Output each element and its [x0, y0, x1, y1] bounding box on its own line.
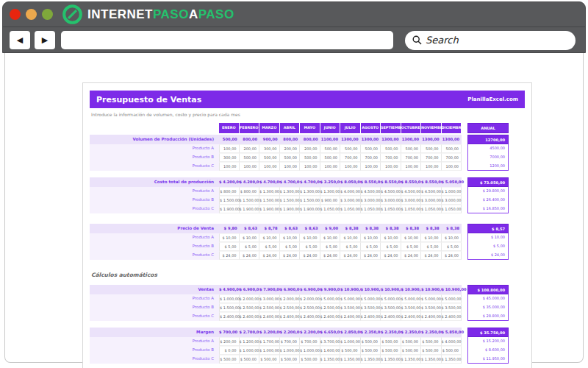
cell-total: $ 4.900,00 — [219, 285, 240, 294]
cell-product: $ 1.350,00 — [361, 355, 381, 364]
month-header: MAYO — [300, 123, 320, 133]
month-header: MARZO — [259, 123, 280, 133]
column-gap — [462, 328, 467, 337]
cell-product: $ 1.000,00 — [442, 187, 462, 196]
cell-product: $ 1.300,00 — [280, 187, 301, 196]
cell-product: $ 5.000,00 — [340, 294, 361, 303]
cell-product: $ 2.400,00 — [442, 312, 462, 321]
cell-product: $ 3.500,00 — [442, 303, 462, 312]
cell-total: 900,00 — [259, 135, 280, 144]
cell-product: $ 500,00 — [421, 337, 442, 346]
cell-product: $ 1.350,00 — [381, 355, 401, 364]
cell-product: $ 1.500,00 — [259, 196, 280, 205]
cell-product: $ 5,00 — [219, 242, 240, 251]
month-header: AGOSTO — [361, 123, 381, 133]
cell-total: $ 6.900,00 — [240, 285, 260, 294]
cell-product: $ 2.400,00 — [219, 312, 240, 321]
cell-product: $ 3.500,00 — [381, 303, 401, 312]
url-bar[interactable] — [61, 31, 393, 49]
cell-product: $ 4.500,00 — [361, 187, 381, 196]
cell-total: $ 8,38 — [340, 224, 361, 233]
row-label-product: Producto A — [90, 187, 219, 196]
cell-total: $ 700,00 — [219, 328, 240, 337]
anual-cell-product: $ 29.800,00 — [467, 187, 509, 196]
cell-product: $ 10,00 — [240, 233, 260, 242]
cell-product: $ 5.000,00 — [361, 294, 381, 303]
search-box[interactable]: Search — [405, 31, 576, 50]
cell-total: $ 8,38 — [381, 224, 401, 233]
browser-chrome: INTERNETPASOAPASO ◀ ▶ Search — [2, 1, 586, 53]
cell-product: $ 5,00 — [240, 242, 260, 251]
cell-product: $ 4.000,00 — [442, 337, 462, 346]
cell-total: $ 9.900,00 — [320, 285, 341, 294]
cell-product: $ 1.300,00 — [300, 187, 320, 196]
cell-product: $ 24,00 — [442, 251, 462, 260]
back-button[interactable]: ◀ — [10, 31, 30, 49]
cell-product: 700,00 — [361, 153, 381, 162]
cell-total: 1300,00 — [401, 135, 422, 144]
anual-cell-product: $ 10,00 — [467, 233, 509, 242]
cell-product: $ 2.500,00 — [280, 303, 301, 312]
cell-product: $ 10,00 — [259, 233, 280, 242]
cell-product: 100,00 — [280, 162, 301, 171]
cell-product: $ 24,00 — [421, 251, 442, 260]
cell-product: $ 0,00 — [219, 346, 240, 355]
cell-product: $ 1.500,00 — [300, 196, 320, 205]
brand-link: PlanillaExcel.com — [467, 96, 518, 102]
window-maximize-button[interactable] — [42, 9, 53, 20]
column-gap — [462, 355, 467, 364]
row-label-product: Producto A — [90, 144, 219, 153]
cell-product: $ 1.350,00 — [320, 355, 341, 364]
cell-product: 100,00 — [381, 162, 401, 171]
cell-total: $ 9,80 — [219, 224, 240, 233]
cell-product: 500,00 — [421, 144, 442, 153]
cell-product: $ 3.500,00 — [401, 303, 422, 312]
cell-total: $ 10.900,00 — [381, 285, 401, 294]
cell-product: $ 2.000,00 — [280, 294, 301, 303]
cell-product: 500,00 — [300, 153, 320, 162]
cell-total: $ 9,00 — [320, 224, 341, 233]
column-gap — [462, 162, 467, 171]
column-gap — [462, 205, 467, 213]
cell-product: 500,00 — [361, 144, 381, 153]
cell-product: $ 2.500,00 — [259, 303, 280, 312]
window-minimize-button[interactable] — [26, 9, 37, 20]
cell-product: 100,00 — [421, 162, 442, 171]
anual-cell-product: $ 8.600,00 — [467, 346, 509, 355]
cell-product: 100,00 — [219, 162, 240, 171]
sheet-title: Presupuesto de Ventas — [96, 95, 201, 105]
cell-product: 500,00 — [240, 153, 260, 162]
cell-product: $ 2.400,00 — [381, 312, 401, 321]
forward-button[interactable]: ▶ — [35, 31, 55, 49]
sheet-subtitle: Introduce la información de volumen, cos… — [91, 112, 525, 117]
cell-product: 100,00 — [259, 162, 280, 171]
month-header: FEBRERO — [240, 123, 260, 133]
cell-product: $ 900,00 — [320, 196, 341, 205]
cell-product: $ 500,00 — [280, 355, 301, 364]
cell-total: $ 2.350,00 — [381, 328, 401, 337]
cell-product: $ 3.700,00 — [320, 337, 341, 346]
cell-product: $ 24,00 — [340, 251, 361, 260]
budget-table: ENEROFEBREROMARZOABRILMAYOJUNIOJULIOAGOS… — [90, 123, 525, 368]
cell-product: $ 3.000,00 — [361, 196, 381, 205]
row-label-total: Margen — [90, 328, 219, 337]
anual-cell-product: 7000,00 — [467, 153, 509, 162]
cell-product: $ 800,00 — [219, 187, 240, 196]
anual-cell-product: $ 24,00 — [467, 251, 509, 260]
cell-product: $ 500,00 — [381, 346, 401, 355]
month-header: NOVIEMBRE — [421, 123, 442, 133]
cell-product: $ 24,00 — [259, 251, 280, 260]
cell-product: $ 24,00 — [381, 251, 401, 260]
cell-product: $ 24,00 — [320, 251, 341, 260]
table-block-volumen: Volumen de Producción (Unidades)500,0080… — [90, 135, 525, 171]
cell-total: $ 2.350,00 — [361, 328, 381, 337]
cell-product: $ 1.050,00 — [381, 205, 401, 213]
table-block-margen: Margen$ 700,00$ 2.700,00$ 3.200,00$ 2.20… — [90, 328, 525, 364]
window-close-button[interactable] — [10, 9, 21, 20]
cell-product: $ 2.000,00 — [240, 294, 260, 303]
cell-product: $ 5,00 — [259, 242, 280, 251]
cell-total: $ 2.350,00 — [421, 328, 442, 337]
cell-product: $ 10,00 — [401, 233, 422, 242]
cell-total: $ 8,78 — [259, 224, 280, 233]
cell-product: $ 1.500,00 — [240, 196, 260, 205]
